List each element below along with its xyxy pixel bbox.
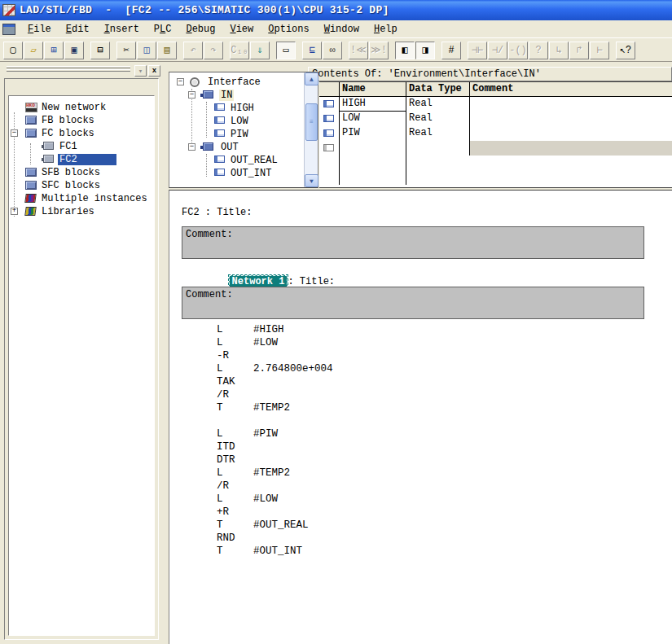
open-online-button[interactable]: ⊞ (44, 42, 64, 59)
save-button[interactable]: ▣ (64, 42, 84, 59)
new-network-button[interactable]: # (441, 42, 461, 59)
comment-toggle-button[interactable]: ▭ (276, 42, 296, 59)
next-error-button[interactable]: ≫! (369, 42, 389, 59)
overview-item-fc2[interactable]: FC2 (58, 154, 116, 165)
network-comment-box[interactable]: Comment: (182, 287, 644, 319)
stl-line: T#TEMP2 (217, 402, 333, 415)
comment-label: Comment: (186, 289, 233, 300)
print-button[interactable]: ⊟ (90, 42, 110, 59)
open-branch-button[interactable]: ↳ (549, 42, 569, 59)
overview-item-libraries[interactable]: Libraries (40, 206, 96, 217)
overview-item-fb-blocks[interactable]: FB blocks (40, 115, 96, 126)
empty-box-button[interactable]: ? (529, 42, 548, 59)
monitor-button[interactable]: ∞ (323, 42, 342, 59)
panel-close-button[interactable]: x (148, 65, 160, 77)
column-header-comment[interactable]: Comment (472, 83, 513, 94)
panel-grip[interactable] (7, 69, 130, 72)
interface-item-out-int[interactable]: OUT_INT (229, 168, 273, 179)
interface-item-piw[interactable]: PIW (229, 129, 250, 140)
new-button[interactable]: ▢ (3, 42, 23, 59)
mdi-child-icon[interactable] (2, 24, 15, 35)
coil-button[interactable]: -() (508, 42, 528, 59)
toolbar-separator (296, 42, 302, 59)
interface-item-out-real[interactable]: OUT_REAL (229, 155, 279, 166)
call-structure-button[interactable]: C₁₀ (230, 42, 249, 59)
interface-expander-in[interactable]: − (188, 91, 195, 99)
toolbar-separator (610, 42, 616, 59)
copy-button[interactable]: ◫ (137, 42, 156, 59)
network-title-suffix[interactable]: : Title: (288, 276, 335, 287)
comment-label: Comment: (186, 229, 233, 240)
table-row[interactable]: LOWReal (319, 112, 672, 126)
table-row[interactable]: HIGHReal (319, 97, 672, 112)
overview-item-fc1[interactable]: FC1 (58, 141, 79, 152)
help-pointer-button[interactable]: ↖? (616, 42, 635, 59)
block-title[interactable]: FC2 : Title: (182, 207, 252, 218)
menu-window[interactable]: Window (317, 22, 367, 37)
redo-button[interactable]: ↷ (204, 42, 223, 59)
open-branch-icon: ↳ (556, 46, 561, 55)
interface-expander-interface[interactable]: − (177, 78, 184, 85)
scroll-up-button[interactable]: ▲ (305, 72, 318, 85)
paste-button[interactable]: ▤ (157, 42, 177, 59)
download-button[interactable]: ⇓ (250, 42, 270, 59)
interface-item-out[interactable]: OUT (219, 142, 240, 153)
menu-debug[interactable]: Debug (178, 22, 222, 37)
stl-line: -R (217, 350, 333, 363)
previous-error-button[interactable]: !≪ (349, 42, 368, 59)
interface-item-high[interactable]: HIGH (229, 103, 256, 114)
interface-row: PIW (169, 128, 318, 141)
overview-expander-libraries[interactable]: + (11, 208, 18, 215)
table-row[interactable] (319, 141, 672, 156)
name-cell[interactable]: PIW (342, 127, 360, 138)
menu-view[interactable]: View (222, 22, 261, 37)
variable-icon (323, 115, 334, 122)
close-branch-button[interactable]: ↱ (569, 42, 589, 59)
column-divider (339, 82, 340, 185)
overview-item-sfc-blocks[interactable]: SFC blocks (40, 180, 102, 191)
menu-plc[interactable]: PLC (147, 22, 179, 37)
block-comment-box[interactable]: Comment: (182, 226, 644, 259)
menu-insert[interactable]: Insert (97, 22, 147, 37)
table-row[interactable]: PIWReal (319, 126, 672, 141)
copy-icon: ◫ (143, 46, 149, 55)
cut-button[interactable]: ✂ (116, 42, 136, 59)
overview-item-sfb-blocks[interactable]: SFB blocks (40, 167, 102, 178)
overview-row: Multiple instances (9, 192, 154, 205)
data-type-cell[interactable]: Real (409, 98, 433, 109)
contact-nc-button[interactable]: ⊣/ (488, 42, 507, 59)
panel-dropdown-button[interactable]: ▾ (134, 65, 147, 77)
interface-item-low[interactable]: LOW (229, 116, 250, 127)
branch-button[interactable]: ⊢ (590, 42, 609, 59)
menu-file[interactable]: File (20, 22, 59, 37)
menu-edit[interactable]: Edit (59, 22, 97, 37)
name-cell[interactable]: LOW (342, 112, 360, 124)
symbol-representation-button[interactable]: ⊑ (302, 42, 322, 59)
open-button[interactable]: ▱ (24, 42, 43, 59)
data-type-cell[interactable]: Real (409, 112, 433, 124)
interface-scrollbar[interactable]: ▲ ≡ ▼ (304, 72, 318, 187)
overview-item-multiple-instances[interactable]: Multiple instances (40, 193, 149, 204)
contact-no-button[interactable]: ⊣⊢ (468, 42, 487, 59)
column-header-name[interactable]: Name (342, 83, 366, 94)
overview-toggle-button[interactable]: ◧ (395, 42, 415, 59)
interface-item-in[interactable]: IN (219, 90, 234, 101)
panel-grip[interactable] (7, 66, 130, 68)
column-header-data-type[interactable]: Data Type (409, 83, 462, 94)
detail-view-toggle-button[interactable]: ◨ (415, 42, 435, 59)
empty-comment-cell[interactable] (470, 141, 672, 156)
data-type-cell[interactable]: Real (409, 127, 433, 138)
overview-item-fc-blocks[interactable]: FC blocks (40, 128, 96, 139)
scroll-thumb[interactable]: ≡ (305, 103, 318, 141)
stl-editor[interactable]: L#HIGHL#LOW-RL2.764800e+004TAK/RT#TEMP2L… (217, 324, 333, 559)
menu-options[interactable]: Options (261, 22, 316, 37)
open-icon: ▱ (30, 46, 36, 55)
interface-item-interface[interactable]: Interface (206, 77, 262, 88)
undo-button[interactable]: ↶ (183, 42, 203, 59)
overview-expander-fc-blocks[interactable]: − (11, 129, 18, 137)
interface-expander-out[interactable]: − (188, 143, 195, 151)
scroll-down-button[interactable]: ▼ (305, 174, 318, 187)
overview-item-new-network[interactable]: New network (40, 102, 108, 113)
menu-help[interactable]: Help (367, 22, 405, 37)
contact-no-icon: ⊣⊢ (472, 46, 483, 55)
